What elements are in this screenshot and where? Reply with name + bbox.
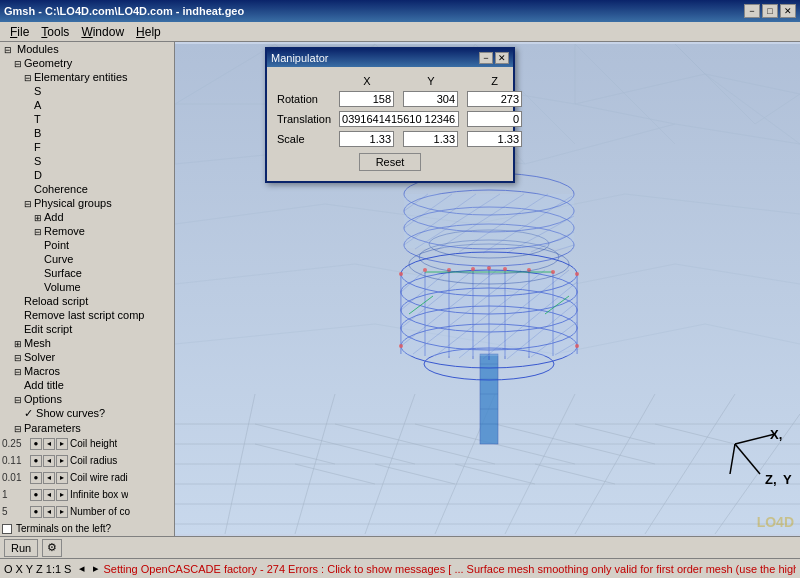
expand-icon: ⊞ [34, 213, 42, 223]
param-left-icon[interactable]: ◂ [43, 455, 55, 467]
translation-x-input[interactable] [339, 111, 459, 127]
viewport[interactable]: X, Z, Y Manipulator − ✕ [175, 42, 800, 536]
expand-icon: ⊟ [24, 73, 32, 83]
tree-item-s2[interactable]: S [0, 154, 174, 168]
tree-mesh[interactable]: ⊞Mesh [0, 336, 174, 350]
param-left-icon[interactable]: ◂ [43, 438, 55, 450]
param-right-icon[interactable]: ▸ [56, 489, 68, 501]
scale-x-input[interactable] [339, 131, 394, 147]
param-left-icon[interactable]: ◂ [43, 472, 55, 484]
scale-z-input[interactable] [467, 131, 522, 147]
tree-geometry[interactable]: ⊟Geometry [0, 56, 174, 70]
param-circle-icon[interactable]: ● [30, 438, 42, 450]
expand-icon: ⊟ [14, 367, 22, 377]
table-row-scale: Scale [273, 129, 526, 149]
translation-label: Translation [273, 109, 335, 129]
tree-add[interactable]: ⊞Add [0, 210, 174, 224]
param-terminals: Terminals on the left? [0, 520, 174, 536]
param-infinite-box: 1 ● ◂ ▸ Infinite box w [0, 486, 174, 503]
scale-y-input[interactable] [403, 131, 458, 147]
tree-parameters[interactable]: ⊟Parameters [0, 421, 174, 435]
param-circle-icon[interactable]: ● [30, 472, 42, 484]
tree-add-title[interactable]: Add title [0, 378, 174, 392]
bottom-left-controls: Run ⚙ [4, 539, 62, 557]
bottom-toolbar: Run ⚙ [0, 536, 800, 558]
expand-icon: ⊟ [14, 395, 22, 405]
param-left-icon[interactable]: ◂ [43, 489, 55, 501]
tree-show-curves[interactable]: ✓ Show curves? [0, 406, 174, 421]
tree-coherence[interactable]: Coherence [0, 182, 174, 196]
tree-item-t[interactable]: T [0, 112, 174, 126]
tree-options[interactable]: ⊟Options [0, 392, 174, 406]
tree-modules[interactable]: ⊟ Modules [0, 42, 174, 56]
dialog-table: X Y Z Rotation Translatio [273, 73, 526, 149]
param-right-icon[interactable]: ▸ [56, 438, 68, 450]
tree-remove-curve[interactable]: Curve [0, 252, 174, 266]
rotation-label: Rotation [273, 89, 335, 109]
status-message[interactable]: Setting OpenCASCADE factory - 274 Errors… [103, 563, 796, 575]
param-circle-icon[interactable]: ● [30, 506, 42, 518]
manipulator-dialog: Manipulator − ✕ X Y Z [265, 47, 515, 183]
rotation-y-input[interactable] [403, 91, 458, 107]
expand-icon: ⊟ [14, 424, 22, 434]
left-panel: ⊟ Modules ⊟Geometry ⊟Elementary entities… [0, 42, 175, 536]
param-right-icon[interactable]: ▸ [56, 506, 68, 518]
menu-tools[interactable]: Tools [35, 23, 75, 41]
nav-next-icon[interactable]: ▸ [93, 562, 99, 575]
nav-prev-icon[interactable]: ◂ [79, 562, 85, 575]
param-right-icon[interactable]: ▸ [56, 455, 68, 467]
dialog-minimize-button[interactable]: − [479, 52, 493, 64]
menu-bar: File Tools Window Help [0, 22, 800, 42]
svg-point-108 [487, 266, 491, 270]
maximize-button[interactable]: □ [762, 4, 778, 18]
reset-button[interactable]: Reset [359, 153, 422, 171]
menu-help[interactable]: Help [130, 23, 167, 41]
expand-icon: ⊞ [14, 339, 22, 349]
tree-item-s1[interactable]: S [0, 84, 174, 98]
tree-item-b[interactable]: B [0, 126, 174, 140]
expand-icon: ⊟ [14, 353, 22, 363]
tree-remove-point[interactable]: Point [0, 238, 174, 252]
axis-z-label: Z, [765, 472, 777, 487]
minimize-button[interactable]: − [744, 4, 760, 18]
expand-icon: ⊟ [24, 199, 32, 209]
rotation-x-input[interactable] [339, 91, 394, 107]
tree-item-f[interactable]: F [0, 140, 174, 154]
close-button[interactable]: ✕ [780, 4, 796, 18]
tree-edit-script[interactable]: Edit script [0, 322, 174, 336]
reset-row: Reset [273, 149, 507, 175]
title-bar: Gmsh - C:\LO4D.com\LO4D.com - indheat.ge… [0, 0, 800, 22]
tree-macros[interactable]: ⊟Macros [0, 364, 174, 378]
tree-remove-surface[interactable]: Surface [0, 266, 174, 280]
tree-remove-last-script[interactable]: Remove last script comp [0, 308, 174, 322]
menu-file[interactable]: File [4, 23, 35, 41]
checkbox-terminals[interactable] [2, 524, 12, 534]
rotation-z-input[interactable] [467, 91, 522, 107]
tree-elementary-entities[interactable]: ⊟Elementary entities [0, 70, 174, 84]
dialog-body: X Y Z Rotation Translatio [267, 67, 513, 181]
param-circle-icon[interactable]: ● [30, 489, 42, 501]
dialog-close-button[interactable]: ✕ [495, 52, 509, 64]
tree-reload-script[interactable]: Reload script [0, 294, 174, 308]
tree-physical-groups[interactable]: ⊟Physical groups [0, 196, 174, 210]
param-circle-icon[interactable]: ● [30, 455, 42, 467]
tree-solver[interactable]: ⊟Solver [0, 350, 174, 364]
watermark: LO4D [757, 514, 794, 530]
param-coil-wire-radius: 0.01 ● ◂ ▸ Coil wire radi [0, 469, 174, 486]
tree-item-d[interactable]: D [0, 168, 174, 182]
param-left-icon[interactable]: ◂ [43, 506, 55, 518]
svg-point-107 [471, 267, 475, 271]
run-button[interactable]: Run [4, 539, 38, 557]
empty-header [273, 73, 335, 89]
title-bar-buttons: − □ ✕ [744, 4, 796, 18]
tree-item-a[interactable]: A [0, 98, 174, 112]
dialog-title-bar[interactable]: Manipulator − ✕ [267, 49, 513, 67]
param-right-icon[interactable]: ▸ [56, 472, 68, 484]
main-layout: ⊟ Modules ⊟Geometry ⊟Elementary entities… [0, 42, 800, 536]
menu-window[interactable]: Window [75, 23, 130, 41]
translation-z-input[interactable] [467, 111, 522, 127]
tree-remove-volume[interactable]: Volume [0, 280, 174, 294]
gear-button[interactable]: ⚙ [42, 539, 62, 557]
tree-remove[interactable]: ⊟Remove [0, 224, 174, 238]
axis-y-label: Y [783, 472, 792, 487]
